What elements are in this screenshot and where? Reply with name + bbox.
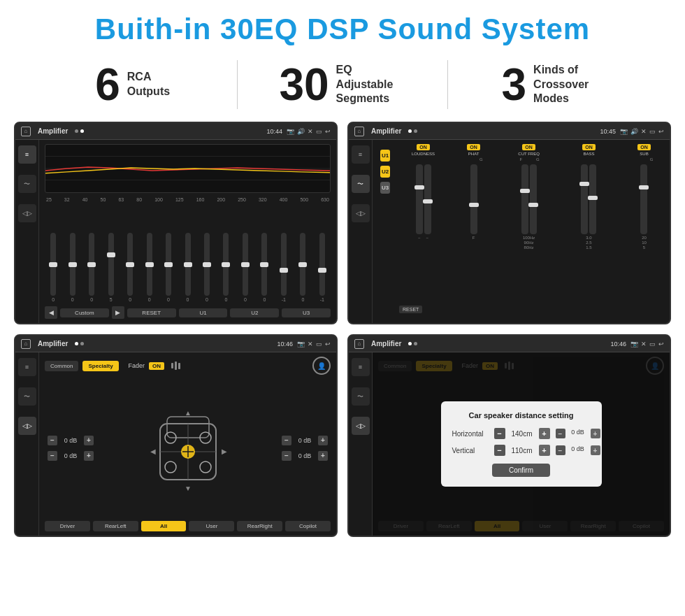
preset-u3[interactable]: U3 [380,182,390,194]
loudness-slider-2[interactable] [424,164,431,234]
eq-slider-0[interactable]: 0 [45,233,62,302]
front-right-minus[interactable]: − [282,436,291,445]
loudness-slider[interactable] [416,164,423,234]
stat-eq-text: EQ Adjustable Segments [336,63,406,106]
fader-settings-icon[interactable]: 👤 [312,357,331,375]
eq-slider-1[interactable]: 0 [64,233,80,302]
home-icon[interactable]: ⌂ [21,127,31,136]
preset-u2[interactable]: U2 [380,166,390,178]
vertical-plus[interactable]: + [539,445,550,456]
screen-crossover: ⌂ Amplifier 10:45 📷 🔊 ✕ ▭ ↩ ≡ 〜 ◁▷ [347,122,671,324]
eq-slider-12[interactable]: -1 [275,233,292,302]
cutfreq-label: CUT FREQ [518,152,540,156]
user-btn[interactable]: User [189,521,234,531]
back-icon-2[interactable]: ↩ [658,128,664,135]
crossover-main: U1 U2 U3 ON LOUDNESS [373,140,670,323]
left-speakers: − 0 dB + − 0 dB + [48,436,94,461]
specialty-mode-btn[interactable]: Specialty [82,361,118,371]
rearleft-btn[interactable]: RearLeft [93,521,138,531]
eq-slider-7[interactable]: 0 [179,233,196,302]
screen-fader-topbar: ⌂ Amplifier 10:46 📷 ✕ ▭ ↩ [15,336,336,352]
cutfreq-slider-2[interactable] [530,164,537,234]
front-left-plus[interactable]: + [84,436,94,445]
sidebar-speaker-btn[interactable]: ◁▷ [18,204,36,222]
u3-btn[interactable]: U3 [282,308,331,317]
eq-slider-8[interactable]: 0 [199,233,215,302]
eq-slider-11[interactable]: 0 [256,233,273,302]
bass-toggle[interactable]: ON [582,144,596,150]
back-icon-3[interactable]: ↩ [325,341,331,348]
prev-btn[interactable]: ◀ [45,306,57,319]
horizontal-plus[interactable]: + [539,428,550,439]
sidebar-speaker-btn-3[interactable]: ◁▷ [18,417,36,435]
eq-slider-4[interactable]: 0 [122,233,138,302]
u2-btn[interactable]: U2 [230,308,279,317]
home-icon-3[interactable]: ⌂ [21,339,31,349]
rear-right-plus[interactable]: + [318,451,328,461]
crossover-presets: U1 U2 U3 [374,143,396,304]
dialog-sp-minus-2[interactable]: − [556,445,565,455]
crossover-content: ≡ 〜 ◁▷ U1 U2 U3 [349,140,670,323]
sidebar-wave-btn[interactable]: 〜 [18,175,36,193]
preset-u1[interactable]: U1 [380,150,390,162]
home-icon-2[interactable]: ⌂ [354,127,364,136]
cutfreq-slider-1[interactable] [521,164,528,234]
bass-slider-1[interactable] [581,164,588,234]
front-right-plus[interactable]: + [318,436,328,445]
back-icon[interactable]: ↩ [325,128,331,135]
eq-slider-5[interactable]: 0 [140,233,157,302]
eq-slider-10[interactable]: 0 [237,233,254,302]
screen-fader: ⌂ Amplifier 10:46 📷 ✕ ▭ ↩ ≡ 〜 ◁▷ [14,334,338,537]
copilot-btn[interactable]: Copilot [285,521,331,531]
eq-slider-3[interactable]: 5 [102,233,119,302]
next-btn[interactable]: ▶ [112,306,124,319]
bass-slider-2[interactable] [589,164,596,234]
driver-btn[interactable]: Driver [45,521,90,531]
crossover-reset-btn[interactable]: RESET [399,306,422,313]
rear-right-minus[interactable]: − [282,451,291,461]
front-left-minus[interactable]: − [48,436,57,445]
vertical-minus[interactable]: − [494,445,505,456]
back-icon-4[interactable]: ↩ [658,341,664,348]
sidebar-eq-btn-3[interactable]: ≡ [18,358,36,376]
dialog-right-ctrl-2: − 0 dB + [556,445,600,455]
eq-slider-6[interactable]: 0 [160,233,177,302]
home-icon-4[interactable]: ⌂ [354,339,364,349]
eq-slider-14[interactable]: -1 [314,233,331,302]
sidebar-eq-btn-2[interactable]: ≡ [352,145,370,164]
eq-slider-9[interactable]: 0 [217,233,234,302]
rearright-btn[interactable]: RearRight [237,521,282,531]
custom-btn[interactable]: Custom [60,308,109,317]
loudness-toggle[interactable]: ON [417,144,430,150]
reset-btn[interactable]: RESET [127,308,176,317]
u1-btn[interactable]: U1 [179,308,228,317]
all-btn[interactable]: All [141,521,187,531]
sidebar-eq-btn[interactable]: ≡ [18,145,36,164]
eq-slider-2[interactable]: 0 [83,233,100,302]
sidebar-wave-btn-3[interactable]: 〜 [18,387,36,406]
dialog-sp-minus[interactable]: − [556,429,565,438]
sidebar-wave-btn-4[interactable]: 〜 [352,387,370,406]
fader-on-btn[interactable]: ON [149,362,164,370]
dialog-sp-plus-2[interactable]: + [591,445,600,455]
sidebar-speaker-btn-2[interactable]: ◁▷ [352,204,370,222]
channel-loudness: ON LOUDNESS ~~ [399,144,447,303]
common-mode-btn[interactable]: Common [45,361,78,371]
rear-left-plus[interactable]: + [84,451,94,461]
sub-toggle[interactable]: ON [637,144,651,150]
confirm-button[interactable]: Confirm [492,464,550,477]
rear-left-minus[interactable]: − [48,451,57,461]
sub-slider[interactable] [640,164,647,234]
sidebar-speaker-btn-4[interactable]: ◁▷ [352,417,370,435]
horizontal-minus[interactable]: − [494,428,505,439]
dialog-sp-plus[interactable]: + [591,429,600,438]
phat-slider[interactable] [470,164,477,234]
eq-slider-13[interactable]: 0 [294,233,311,302]
phat-toggle[interactable]: ON [467,144,480,150]
eq-sidebar: ≡ 〜 ◁▷ [15,140,39,323]
sidebar-eq-btn-4[interactable]: ≡ [352,358,370,376]
cutfreq-toggle[interactable]: ON [522,144,535,150]
camera-icon-2: 📷 [620,128,628,135]
dialog-right-ctrl: − 0 dB + [556,429,600,438]
sidebar-wave-btn-2[interactable]: 〜 [352,175,370,193]
